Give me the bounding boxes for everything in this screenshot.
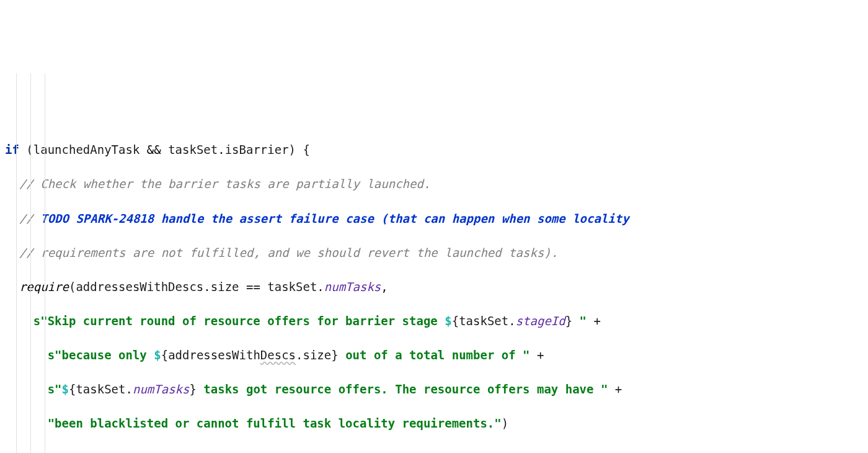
- code-line: s"because only ${addressesWithDescs.size…: [5, 347, 863, 364]
- code-line: // requirements are not fulfilled, and w…: [5, 244, 863, 262]
- code-line: [5, 449, 863, 453]
- code-block: if (launchedAnyTask && taskSet.isBarrier…: [5, 73, 863, 453]
- code-line: if (launchedAnyTask && taskSet.isBarrier…: [5, 141, 863, 159]
- code-line: require(addressesWithDescs.size == taskS…: [5, 279, 863, 296]
- code-line: s"${taskSet.numTasks} tasks got resource…: [5, 381, 863, 398]
- code-line: "been blacklisted or cannot fulfill task…: [5, 415, 863, 433]
- code-line: // TODO SPARK-24818 handle the assert fa…: [5, 210, 863, 228]
- code-line: s"Skip current round of resource offers …: [5, 313, 863, 330]
- code-line: // Check whether the barrier tasks are p…: [5, 176, 863, 193]
